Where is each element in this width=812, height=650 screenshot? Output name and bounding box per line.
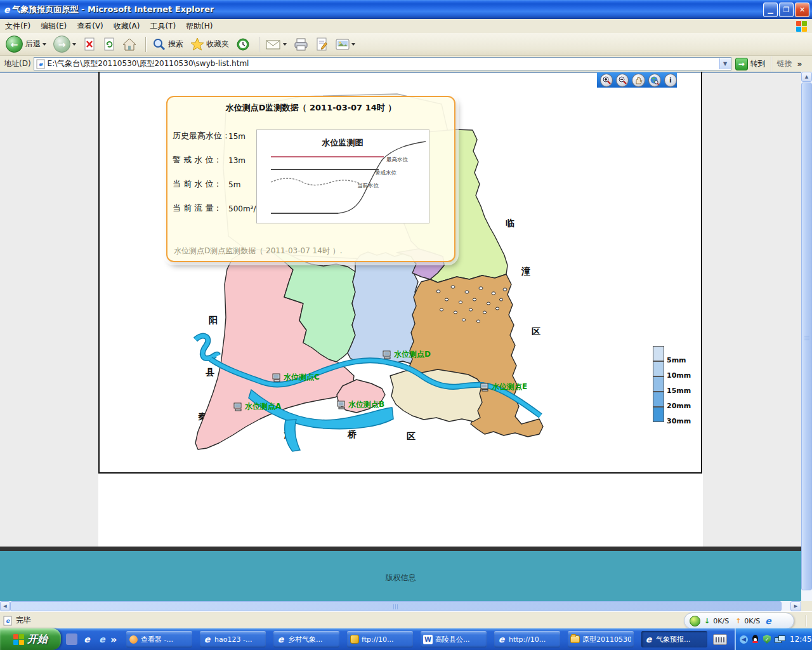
menu-help[interactable]: 帮助(H) xyxy=(181,20,218,33)
info-icon[interactable]: i xyxy=(664,74,677,87)
mail-dropdown-icon xyxy=(283,43,287,46)
title-bar: e 气象预报页面原型 - Microsoft Internet Explorer… xyxy=(0,0,812,19)
mail-icon xyxy=(266,37,281,51)
zoom-out-icon[interactable] xyxy=(616,74,629,87)
legend-label: 10mm xyxy=(667,371,691,380)
task-http[interactable]: e http://10... xyxy=(494,631,560,647)
legend-label: 15mm xyxy=(667,387,691,395)
pan-hand-icon[interactable] xyxy=(632,74,645,87)
task-folder[interactable]: 原型20110530 xyxy=(568,631,634,647)
restore-button[interactable]: ❐ xyxy=(779,3,794,17)
folder-icon xyxy=(570,635,580,643)
station-label: 水位测点A xyxy=(245,401,281,412)
tray-chevron-icon[interactable]: ◀ xyxy=(740,635,748,644)
menu-view[interactable]: 查看(V) xyxy=(72,20,108,33)
mail-button[interactable] xyxy=(264,36,289,53)
popup-title: 水位测点D监测数据（ 2011-03-07 14时 ） xyxy=(167,102,454,114)
quick-launch-icon-3[interactable]: e xyxy=(96,633,108,645)
menu-file[interactable]: 文件(F) xyxy=(0,20,36,33)
go-button[interactable]: → 转到 xyxy=(735,58,766,70)
station-B[interactable]: 水位测点B xyxy=(337,399,384,410)
region-beige[interactable] xyxy=(390,369,482,421)
edit-icon xyxy=(316,37,329,51)
links-chevron-icon[interactable]: » xyxy=(797,60,802,69)
viewer-icon xyxy=(129,635,138,644)
back-button[interactable]: ← 后退 xyxy=(4,34,48,54)
upload-arrow-icon: ↑ xyxy=(735,617,741,625)
map-toolbar: i xyxy=(597,72,677,88)
close-button[interactable]: ✕ xyxy=(795,3,809,17)
task-ftp[interactable]: ftp://10... xyxy=(347,631,413,647)
copyright-text: 版权信息 xyxy=(386,573,416,582)
current-level-line xyxy=(271,178,360,185)
go-label: 转到 xyxy=(750,58,766,69)
task-hao123[interactable]: e hao123 -... xyxy=(200,631,266,647)
stop-button[interactable] xyxy=(81,36,98,53)
task-viewer[interactable]: 查看器 -... xyxy=(126,631,192,647)
address-input[interactable]: e E:\气象台\原型20110530\原型20110530\swyb-list… xyxy=(34,57,731,70)
horizontal-scroll-thumb[interactable] xyxy=(10,601,782,611)
station-C[interactable]: 水位测点C xyxy=(272,372,320,383)
menu-tools[interactable]: 工具(T) xyxy=(145,20,181,33)
qq-icon[interactable] xyxy=(751,635,759,644)
media-dropdown-icon xyxy=(351,43,355,46)
station-D[interactable]: 水位测点D xyxy=(383,349,431,360)
search-button[interactable]: 搜索 xyxy=(150,36,185,53)
address-page-icon: e xyxy=(36,59,46,69)
task-label: 乡村气象... xyxy=(288,635,323,644)
rain-legend: 5mm 10mm 15mm 20mm 30mm xyxy=(653,346,697,425)
minimize-button[interactable]: ▁ xyxy=(763,3,778,17)
station-A[interactable]: 水位测点A xyxy=(233,401,281,412)
favorites-button[interactable]: 收藏夹 xyxy=(188,36,231,53)
ie-icon: e xyxy=(644,635,653,644)
bank-curve xyxy=(338,142,426,213)
task-label: hao123 -... xyxy=(214,635,252,644)
vertical-scrollbar[interactable]: ▲ ▼ xyxy=(801,72,812,611)
task-word-doc[interactable]: W 高陵县公... xyxy=(421,631,487,647)
back-icon: ← xyxy=(6,36,23,53)
legend-swatch-20mm xyxy=(653,392,664,407)
network-icon[interactable] xyxy=(775,635,785,644)
keyboard-language-icon[interactable] xyxy=(713,634,727,645)
forward-button[interactable]: → xyxy=(51,34,78,54)
horizontal-scrollbar[interactable]: ◀ ▶ xyxy=(0,601,801,611)
chart-line-label: 最高水位 xyxy=(386,156,409,162)
chart-title: 水位监测图 xyxy=(322,138,363,147)
station-computer-icon xyxy=(272,373,282,382)
shield-icon[interactable]: ✓ xyxy=(763,635,771,644)
menu-edit[interactable]: 编辑(E) xyxy=(36,20,72,33)
address-dropdown[interactable]: ▼ xyxy=(719,58,731,69)
start-label: 开始 xyxy=(27,633,48,646)
task-rural-weather[interactable]: e 乡村气象... xyxy=(273,631,339,647)
home-button[interactable] xyxy=(121,36,138,53)
quick-launch-chevron-icon[interactable]: » xyxy=(110,633,117,646)
chart-line-label: 当前水位 xyxy=(357,182,379,189)
scroll-up-icon[interactable]: ▲ xyxy=(801,72,812,82)
back-label: 后退 xyxy=(25,39,41,50)
start-windows-icon xyxy=(13,634,24,645)
refresh-button[interactable] xyxy=(101,36,117,53)
window-title: 气象预报页面原型 - Microsoft Internet Explorer xyxy=(13,4,214,15)
scroll-left-icon[interactable]: ◀ xyxy=(0,601,10,611)
vertical-scroll-thumb[interactable] xyxy=(801,83,812,590)
copyright-band: 版权信息 xyxy=(0,551,801,601)
links-label[interactable]: 链接 xyxy=(777,58,792,69)
print-button[interactable] xyxy=(292,36,311,53)
zoom-in-icon[interactable] xyxy=(600,74,613,87)
start-button[interactable]: 开始 xyxy=(0,628,61,650)
station-E[interactable]: 水位测点E xyxy=(480,381,527,392)
history-icon xyxy=(236,37,250,51)
history-button[interactable] xyxy=(234,36,252,53)
quick-launch-icon-2[interactable]: e xyxy=(81,633,93,645)
upload-speed: 0K/S xyxy=(744,617,760,625)
quick-launch-icon-1[interactable] xyxy=(66,633,77,645)
footer-divider xyxy=(0,547,801,551)
go-icon: → xyxy=(735,58,748,70)
media-button[interactable] xyxy=(334,37,357,52)
menu-favorites[interactable]: 收藏(A) xyxy=(108,20,145,33)
task-weather-prototype[interactable]: e 气象预报... xyxy=(641,631,707,647)
full-extent-icon[interactable] xyxy=(648,74,661,87)
task-label: http://10... xyxy=(509,635,546,644)
scroll-right-icon[interactable]: ▶ xyxy=(790,601,801,611)
edit-button[interactable] xyxy=(314,36,331,53)
